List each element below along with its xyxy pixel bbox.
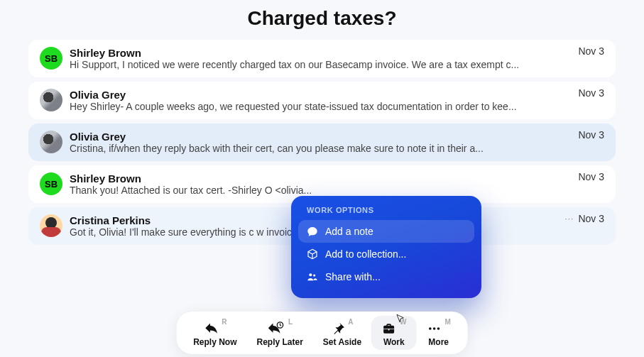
people-icon [307,271,318,282]
tool-label: Reply Now [193,337,236,347]
popup-items: Add a noteAdd to collection...Share with… [298,220,474,288]
work-options-popup: WORK OPTIONS Add a noteAdd to collection… [291,196,481,298]
message-date: ···Nov 3 [564,213,604,224]
pin-icon [331,322,345,336]
ellipsis-icon[interactable]: ··· [564,214,574,224]
popup-item-label: Share with... [325,271,381,282]
avatar [40,214,62,237]
tool-shortcut-key: R [222,318,227,326]
reply-icon [203,322,219,336]
tool-more[interactable]: MMore [417,316,461,350]
cursor-icon [395,314,405,324]
briefcase-icon [381,322,397,336]
chat-bubble-icon [307,226,318,237]
tool-label: Work [383,337,405,347]
popup-item-add-a-note[interactable]: Add a note [298,220,474,243]
message-date-label: Nov 3 [578,171,604,182]
message-date-label: Nov 3 [578,213,604,224]
tool-reply-now[interactable]: RReply Now [183,316,246,350]
popup-header: WORK OPTIONS [298,206,474,220]
avatar [40,131,62,153]
dots-icon [427,322,442,336]
message-sender: Olivia Grey [70,131,604,143]
message-sender: Olivia Grey [70,89,604,101]
message-preview: Thank you! Attached is our tax cert. -Sh… [70,185,604,196]
message-row[interactable]: SBShirley BrownHi Support, I noticed we … [28,40,616,77]
message-row[interactable]: Olivia GreyCristina, if/when they reply … [28,123,616,161]
popup-item-share-with[interactable]: Share with... [298,265,474,288]
tool-label: Reply Later [256,337,302,347]
cube-icon [307,248,318,260]
message-date: Nov 3 [578,87,604,99]
tool-reply-later[interactable]: LReply Later [246,316,312,350]
popup-item-add-to-collection[interactable]: Add to collection... [298,243,474,265]
message-body: Olivia GreyHey Shirley- A couple weeks a… [70,89,604,112]
svg-point-3 [429,327,432,330]
popup-item-label: Add a note [325,226,373,237]
message-preview: Hi Support, I noticed we were recently c… [70,59,604,70]
message-body: Olivia GreyCristina, if/when they reply … [70,131,604,154]
svg-point-4 [433,327,436,330]
avatar-initials: SB [45,179,58,190]
bottom-toolbar: RReply NowLReply LaterASet AsideWWorkMMo… [176,312,468,354]
message-date-label: Nov 3 [578,45,604,57]
svg-point-5 [437,327,440,330]
reply-clock-icon [267,322,285,336]
avatar: SB [40,47,62,70]
message-date-label: Nov 3 [578,87,604,99]
message-body: Shirley BrownHi Support, I noticed we we… [70,47,604,70]
avatar [40,89,62,111]
message-date: Nov 3 [578,171,604,182]
message-body: Shirley BrownThank you! Attached is our … [70,172,604,196]
message-sender: Shirley Brown [70,172,604,185]
tool-set-aside[interactable]: ASet Aside [313,316,371,350]
message-preview: Hey Shirley- A couple weeks ago, we requ… [70,101,604,112]
message-date: Nov 3 [578,129,604,141]
message-row[interactable]: Olivia GreyHey Shirley- A couple weeks a… [28,82,616,119]
tool-shortcut-key: A [348,318,353,326]
svg-point-0 [309,273,312,276]
message-sender: Shirley Brown [70,47,604,59]
tool-label: More [428,337,449,347]
page-title: Charged taxes? [0,0,644,40]
tool-shortcut-key: L [288,318,293,326]
message-date-label: Nov 3 [578,129,604,141]
svg-point-1 [313,274,315,276]
popup-item-label: Add to collection... [325,248,406,260]
tool-label: Set Aside [323,337,361,347]
avatar: SB [40,172,62,195]
tool-shortcut-key: M [445,318,451,326]
message-preview: Cristina, if/when they reply back with t… [70,143,604,154]
tool-work[interactable]: WWork [371,316,416,350]
message-date: Nov 3 [578,45,604,57]
avatar-initials: SB [45,53,58,64]
